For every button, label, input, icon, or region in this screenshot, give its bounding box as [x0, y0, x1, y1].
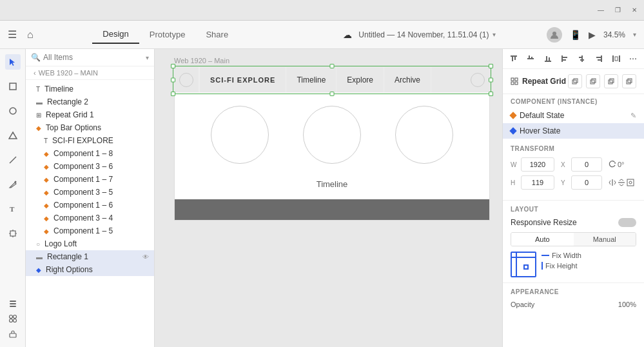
- align-top-icon[interactable]: [507, 52, 521, 66]
- layer-item[interactable]: ◆Component 1 – 6: [26, 199, 154, 212]
- toolbar-left: ☰ ⌂: [8, 28, 39, 41]
- width-input[interactable]: [521, 157, 554, 172]
- appearance-title: APPEARANCE: [511, 288, 636, 295]
- state-hover[interactable]: Hover State: [503, 123, 644, 139]
- layer-label: Logo Loft: [44, 239, 149, 248]
- nav-item-scifi[interactable]: SCI-FI EXPLORE: [199, 67, 286, 92]
- responsive-toggle[interactable]: [618, 218, 636, 227]
- svg-rect-45: [511, 78, 514, 81]
- ellipse-tool[interactable]: [5, 103, 21, 119]
- layer-item[interactable]: ⊞Repeat Grid 1: [26, 108, 154, 121]
- align-left-icon[interactable]: [558, 52, 572, 66]
- svg-rect-54: [610, 79, 614, 83]
- w-label: W: [511, 161, 518, 168]
- svg-rect-32: [563, 59, 566, 61]
- fix-diagram: [511, 252, 536, 277]
- rectangle-tool[interactable]: [5, 79, 21, 94]
- nav-item-archive[interactable]: Archive: [384, 67, 431, 92]
- component-copy-1[interactable]: [568, 74, 582, 88]
- auto-manual-toggle: Auto Manual: [511, 232, 636, 246]
- layer-label: Top Bar Options: [46, 123, 149, 132]
- align-right-icon[interactable]: [592, 52, 606, 66]
- more-icon[interactable]: [626, 52, 640, 66]
- layer-visibility-icon[interactable]: 👁: [142, 253, 149, 261]
- nav-item-timeline[interactable]: Timeline: [286, 67, 337, 92]
- menu-icon[interactable]: ☰: [8, 28, 17, 41]
- plugins-icon[interactable]: [5, 326, 21, 342]
- top-toolbar: ☰ ⌂ Design Prototype Share ☁ Untitled — …: [0, 21, 644, 49]
- svg-rect-30: [561, 55, 563, 62]
- svg-point-17: [13, 315, 16, 319]
- align-bottom-icon[interactable]: [541, 52, 555, 66]
- distribute-icon[interactable]: [609, 52, 623, 66]
- fix-width-icon: [542, 255, 549, 256]
- minimize-button[interactable]: —: [596, 6, 605, 15]
- align-center-h-icon[interactable]: [575, 52, 589, 66]
- component-copy-2[interactable]: [586, 74, 600, 88]
- edit-state-icon[interactable]: ✎: [630, 112, 636, 120]
- tab-prototype[interactable]: Prototype: [139, 26, 196, 43]
- zoom-level[interactable]: 34.5%: [603, 30, 625, 39]
- layer-label: Component 1 – 6: [54, 201, 149, 210]
- layer-type-icon: ▬: [36, 99, 43, 106]
- y-input[interactable]: [571, 175, 602, 190]
- canvas-body: Timeline: [174, 93, 490, 221]
- layer-item[interactable]: ◆Top Bar Options: [26, 121, 154, 134]
- svg-rect-55: [627, 80, 630, 84]
- component-copy-3[interactable]: [604, 74, 618, 88]
- canvas-frame: SCI-FI EXPLORE Timeline Explore Archive: [174, 67, 490, 221]
- play-button[interactable]: ▶: [589, 30, 596, 40]
- layer-item[interactable]: ◆Component 1 – 8: [26, 147, 154, 160]
- triangle-tool[interactable]: [5, 128, 21, 143]
- toolbar-right: 📱 ▶ 34.5% ▾: [547, 27, 636, 43]
- layer-item[interactable]: TSCI-FI EXPLORE: [26, 134, 154, 147]
- right-toolbar: [503, 49, 644, 69]
- artboard-tool[interactable]: [5, 226, 21, 241]
- svg-point-19: [13, 319, 16, 322]
- text-tool[interactable]: T: [5, 201, 21, 217]
- layer-type-icon: ◆: [44, 202, 49, 209]
- select-tool[interactable]: [5, 54, 21, 70]
- fix-height-label-row: Fix Height: [542, 262, 581, 270]
- svg-rect-22: [512, 57, 513, 61]
- svg-point-61: [629, 181, 632, 184]
- component-copy-4[interactable]: [622, 74, 636, 88]
- search-input[interactable]: [43, 53, 146, 62]
- svg-rect-37: [596, 57, 601, 58]
- svg-rect-38: [598, 59, 601, 61]
- layer-item[interactable]: ◆Component 1 – 7: [26, 173, 154, 186]
- component-header: Repeat Grid: [503, 69, 644, 94]
- search-dropdown-icon[interactable]: ▾: [146, 54, 149, 61]
- x-input[interactable]: [571, 157, 602, 172]
- layer-item[interactable]: ▬Rectangle 1👁: [26, 250, 154, 263]
- layer-item[interactable]: ▬Rectangle 2: [26, 95, 154, 108]
- state-diamond-default: [509, 112, 516, 119]
- pen-tool[interactable]: [5, 177, 21, 192]
- restore-button[interactable]: ❐: [613, 6, 622, 15]
- manual-button[interactable]: Manual: [574, 233, 636, 246]
- tab-design[interactable]: Design: [92, 25, 139, 44]
- tab-share[interactable]: Share: [195, 26, 239, 43]
- home-icon[interactable]: ⌂: [27, 29, 34, 41]
- height-input[interactable]: [521, 175, 554, 190]
- layer-item[interactable]: ◆Component 3 – 5: [26, 186, 154, 199]
- layer-item[interactable]: TTimeline: [26, 83, 154, 95]
- align-center-v-icon[interactable]: [523, 52, 538, 66]
- layer-item[interactable]: ◆Component 3 – 6: [26, 160, 154, 173]
- breadcrumb-arrow[interactable]: ‹: [34, 69, 36, 77]
- opacity-value: 100%: [618, 301, 636, 308]
- layers-icon[interactable]: [5, 295, 21, 311]
- zoom-dropdown-icon: ▾: [633, 31, 636, 38]
- layer-item[interactable]: ◆Component 3 – 4: [26, 212, 154, 224]
- close-button[interactable]: ✕: [630, 6, 639, 15]
- assets-icon[interactable]: [5, 311, 21, 326]
- layer-item[interactable]: ○Logo Loft: [26, 237, 154, 250]
- line-tool[interactable]: [5, 152, 21, 168]
- auto-button[interactable]: Auto: [511, 233, 574, 246]
- nav-right-circle: [471, 73, 485, 87]
- layer-item[interactable]: ◆Right Options: [26, 263, 154, 276]
- layer-item[interactable]: ◆Component 1 – 5: [26, 224, 154, 237]
- svg-rect-29: [549, 57, 550, 61]
- state-default[interactable]: Default State ✎: [503, 108, 644, 123]
- nav-item-explore[interactable]: Explore: [337, 67, 384, 92]
